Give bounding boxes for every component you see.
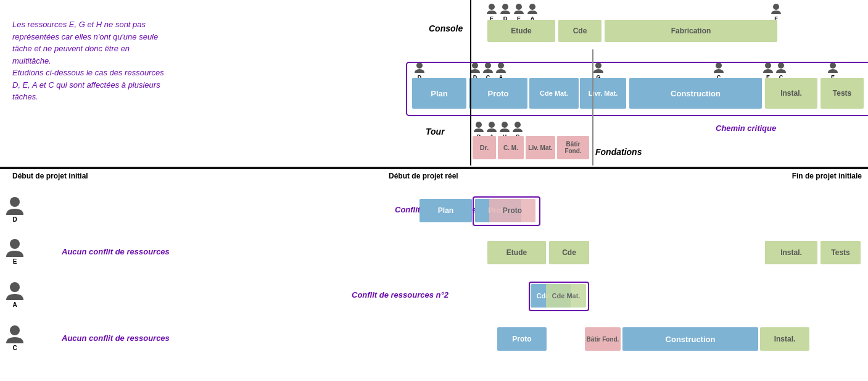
svg-point-6 [472, 62, 478, 69]
avatar-e: E [5, 238, 25, 265]
res-a-cde-mat-green: Cde Mat. [546, 284, 586, 308]
console-label: Console [429, 23, 463, 33]
avatar-c: C [5, 325, 25, 351]
svg-point-10 [716, 62, 722, 69]
res-c-instal: Instal. [760, 327, 809, 351]
bar-plan: Plan [412, 78, 466, 109]
avatar-d: D [5, 196, 25, 223]
desc-line1: Les ressources E, G et H ne sont pas [12, 20, 146, 29]
svg-point-3 [529, 4, 535, 10]
res-e-instal: Instal. [765, 241, 817, 264]
chemin-critique-label: Chemin critique [716, 124, 776, 133]
resource-row-a: A Conflit de ressources n°2 Cde Mat. Cde… [0, 277, 868, 317]
bar-etude-console: Etude [487, 20, 555, 42]
svg-point-17 [515, 122, 521, 128]
bar-fabrication-console: Fabrication [605, 20, 777, 42]
timeline-start-label: Début de projet initial [12, 172, 88, 180]
svg-point-12 [778, 62, 784, 69]
bar-cm: C. M. [498, 136, 524, 159]
svg-point-14 [476, 122, 482, 128]
no-conflict-e-text: Aucun conflit de ressources [62, 247, 170, 256]
svg-point-5 [416, 62, 423, 69]
timeline-end-label: Fin de projet initiale [792, 172, 862, 180]
svg-point-21 [10, 325, 20, 335]
svg-point-7 [485, 62, 491, 69]
bar-tests: Tests [820, 78, 864, 109]
console-person-f: F [770, 3, 782, 22]
tick-livr [592, 49, 593, 165]
left-description: Les ressources E, G et H ne sont pas rep… [12, 19, 308, 103]
res-c-proto: Proto [497, 327, 547, 351]
fondations-label: Fondations [595, 147, 642, 157]
avatar-a: A [5, 282, 25, 308]
bar-instal: Instal. [765, 78, 817, 109]
svg-point-13 [830, 62, 836, 69]
no-conflict-c-text: Aucun conflit de ressources [62, 333, 170, 343]
res-e-tests: Tests [820, 241, 861, 264]
bar-dr: Dr. [473, 136, 496, 159]
svg-point-2 [516, 4, 522, 10]
desc-line4: multitâche. [12, 56, 51, 65]
conflict-a-text: Conflit de ressources n°2 [352, 290, 448, 299]
res-d-proto-pink: Proto [489, 199, 535, 222]
bar-construction: Construction [629, 78, 762, 109]
bar-cde-mat: Cde Mat. [529, 78, 579, 109]
bar-proto: Proto [469, 78, 527, 109]
timeline-mid-label: Début de projet réel [389, 172, 458, 180]
svg-point-11 [765, 62, 771, 69]
resource-row-c: C Aucun conflit de ressources Proto Bâti… [0, 320, 868, 360]
svg-point-20 [10, 282, 20, 292]
console-persons: E D E A [486, 3, 539, 22]
svg-point-15 [489, 122, 495, 128]
resource-section: D Conflit de ressources n°1 Plan Proto P… [0, 191, 868, 381]
desc-line2: représentées car elles n'ont qu'une seul… [12, 32, 158, 41]
svg-point-4 [773, 4, 779, 10]
resource-row-e: E Aucun conflit de ressources Etude Cde … [0, 233, 868, 274]
svg-point-1 [502, 4, 508, 10]
svg-point-16 [502, 122, 508, 128]
timeline-bar [0, 167, 868, 169]
svg-point-0 [489, 4, 495, 10]
svg-point-8 [498, 62, 504, 69]
res-e-cde: Cde [549, 241, 589, 264]
main-container: Les ressources E, G et H ne sont pas rep… [0, 0, 868, 381]
svg-point-19 [10, 239, 20, 249]
res-e-etude: Etude [487, 241, 546, 264]
res-d-plan: Plan [420, 199, 472, 222]
res-c-construction: Construction [622, 327, 758, 351]
bar-cde-console: Cde [558, 20, 601, 42]
bar-batir-fond: Bâtir Fond. [557, 136, 589, 159]
tick-mid [470, 0, 471, 165]
bar-liv-mat: Liv. Mat. [526, 136, 555, 159]
desc-line7: tâches. [12, 92, 38, 101]
svg-point-18 [10, 197, 20, 207]
desc-line5: Etudions ci-dessous le cas des ressource… [12, 68, 164, 77]
desc-line3: tâche et ne peuvent donc être en [12, 44, 130, 53]
resource-row-d: D Conflit de ressources n°1 Plan Proto P… [0, 191, 868, 232]
res-c-batir-fond: Bâtir Fond. [585, 327, 621, 351]
timeline-section: Les ressources E, G et H ne sont pas rep… [0, 0, 868, 179]
svg-point-9 [595, 62, 601, 69]
bar-livr-mat: Livr. Mat. [580, 78, 626, 109]
tour-label: Tour [426, 127, 445, 136]
desc-line6: D, E, A et C qui sont affectées à plusie… [12, 80, 160, 90]
